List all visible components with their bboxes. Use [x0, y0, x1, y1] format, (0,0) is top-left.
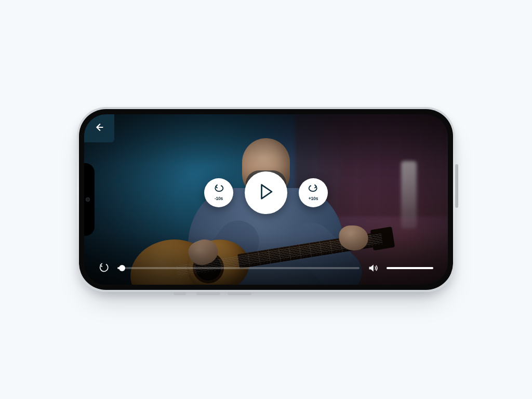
volume-icon: [368, 266, 378, 275]
bottom-bar: [99, 263, 433, 273]
arrow-left-icon: [94, 122, 105, 135]
power-button: [455, 164, 458, 208]
volume-button[interactable]: [368, 263, 378, 273]
skip-back-button[interactable]: -10s: [204, 178, 233, 207]
skip-forward-icon: [308, 184, 318, 195]
skip-back-label: -10s: [215, 196, 223, 201]
progress-bar[interactable]: [117, 267, 360, 269]
skip-forward-label: +10s: [309, 196, 318, 201]
play-icon: [258, 183, 274, 203]
background-lamp: [401, 161, 417, 229]
center-controls: -10s: [204, 171, 328, 214]
progress-thumb[interactable]: [119, 265, 125, 271]
loop-button[interactable]: [99, 263, 109, 273]
volume-bar[interactable]: [387, 267, 433, 269]
play-button[interactable]: [245, 171, 287, 214]
stage: -10s: [0, 0, 532, 399]
volume-up-button: [196, 292, 220, 295]
skip-back-icon: [214, 184, 224, 195]
device-notch: [84, 163, 95, 236]
skip-forward-button[interactable]: +10s: [299, 178, 328, 207]
volume-fill: [387, 267, 433, 269]
phone-frame: -10s: [77, 107, 455, 292]
back-button[interactable]: [84, 114, 114, 142]
loop-icon: [99, 266, 109, 275]
volume-down-button: [228, 292, 251, 295]
screen: -10s: [84, 114, 448, 285]
mute-switch: [174, 292, 186, 295]
phone-bezel: -10s: [79, 109, 453, 290]
